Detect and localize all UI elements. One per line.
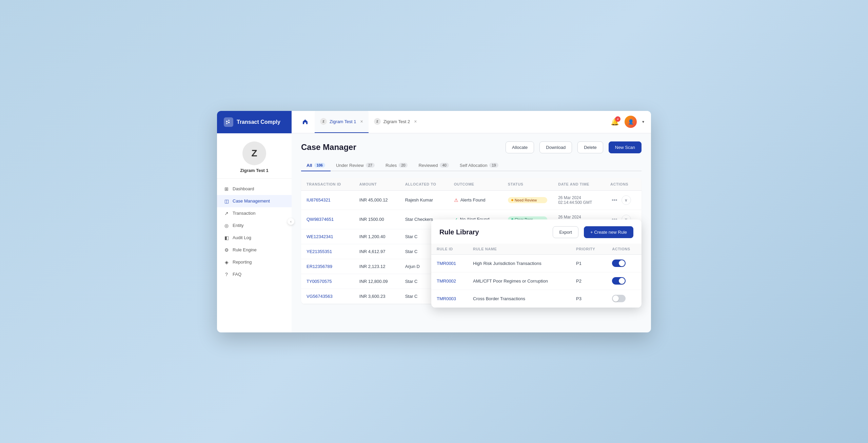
rule-library-title: Rule Library xyxy=(439,228,547,236)
user-avatar-image: 👤 xyxy=(625,116,637,128)
rule-toggle[interactable] xyxy=(612,295,626,302)
create-rule-button[interactable]: + Create new Rule xyxy=(584,226,633,238)
cell-status: Need Review xyxy=(502,190,553,210)
user-dropdown-arrow[interactable]: ▾ xyxy=(642,119,644,124)
delete-button[interactable]: Delete xyxy=(577,141,603,153)
rule-row: TMR0002 AML/CFT Poor Regimes or Corrupti… xyxy=(431,272,642,290)
filter-tab-reviewed-count: 40 xyxy=(440,163,449,168)
tab-icon-zigram1: Z xyxy=(320,118,327,125)
case-management-icon: ◫ xyxy=(224,198,229,204)
rule-library-header: Rule Library Export + Create new Rule xyxy=(431,219,642,244)
cell-transaction-id: WE12342341 xyxy=(301,229,354,244)
main-content: Z Zigram Test 1 × Z Zigram Test 2 × 🔔 4 … xyxy=(292,111,651,332)
sidebar-item-dashboard[interactable]: ⊞ Dashboard xyxy=(217,183,292,195)
col-outcome: Outcome xyxy=(449,178,502,191)
cell-transaction-id: TY00570575 xyxy=(301,274,354,289)
cell-amount: INR 1,200.40 xyxy=(354,229,400,244)
sidebar-item-case-management[interactable]: ◫ Case Management xyxy=(217,195,292,207)
export-button[interactable]: Export xyxy=(553,226,578,238)
sidebar-item-transaction[interactable]: ↗ Transaction xyxy=(217,207,292,219)
filter-tab-reviewed[interactable]: Reviewed 40 xyxy=(413,160,454,171)
cell-transaction-id: IU87654321 xyxy=(301,190,354,210)
rule-col-id: Rule ID xyxy=(431,244,468,255)
tab-close-zigram1[interactable]: × xyxy=(360,119,363,124)
top-bar: Z Zigram Test 1 × Z Zigram Test 2 × 🔔 4 … xyxy=(292,111,651,133)
svg-rect-2 xyxy=(228,122,230,123)
profile-name: Zigram Test 1 xyxy=(240,168,269,173)
sidebar-item-reporting[interactable]: ◈ Reporting xyxy=(217,256,292,268)
notification-badge: 4 xyxy=(615,116,620,122)
cell-rule-priority: P3 xyxy=(571,290,607,307)
col-status: Status xyxy=(502,178,553,191)
tab-zigram1[interactable]: Z Zigram Test 1 × xyxy=(315,111,369,133)
table-row: IU87654321 INR 45,000.12 Rajesh Kumar ⚠A… xyxy=(301,190,642,210)
sidebar-item-entity[interactable]: ◎ Entity xyxy=(217,219,292,232)
transaction-icon: ↗ xyxy=(224,211,229,216)
rule-row: TMR0003 Cross Border Transactions P3 xyxy=(431,290,642,307)
cell-amount: INR 3,600.23 xyxy=(354,289,400,304)
sidebar-item-label: Entity xyxy=(233,223,244,228)
notifications-button[interactable]: 🔔 4 xyxy=(611,118,619,126)
sidebar-item-label: Dashboard xyxy=(233,186,254,191)
cell-amount: INR 45,000.12 xyxy=(354,190,400,210)
rule-toggle[interactable] xyxy=(612,277,626,285)
brand-name: Transact Comply xyxy=(237,119,280,125)
profile-avatar: Z xyxy=(242,141,266,165)
col-amount: Amount xyxy=(354,178,400,191)
sidebar-item-label: Rule Engine xyxy=(233,247,257,252)
cell-rule-priority: P1 xyxy=(571,254,607,272)
dashboard-icon: ⊞ xyxy=(224,186,229,192)
tab-zigram2[interactable]: Z Zigram Test 2 × xyxy=(369,111,422,133)
row-expand-button[interactable]: ∨ xyxy=(622,195,631,205)
rule-toggle[interactable] xyxy=(612,259,626,267)
svg-rect-3 xyxy=(226,123,228,124)
brand-icon xyxy=(224,117,233,127)
cell-allocated-to: Rajesh Kumar xyxy=(400,190,449,210)
filter-tab-rules-count: 20 xyxy=(399,163,408,168)
cell-amount: INR 12,800.09 xyxy=(354,274,400,289)
tab-close-zigram2[interactable]: × xyxy=(414,119,417,124)
download-button[interactable]: Download xyxy=(539,141,572,153)
reporting-icon: ◈ xyxy=(224,259,229,265)
filter-tabs: All 106 Under Review 27 Rules 20 Reviewe… xyxy=(301,160,642,171)
sidebar-item-rule-engine[interactable]: ⚙ Rule Engine xyxy=(217,244,292,256)
rule-engine-icon: ⚙ xyxy=(224,247,229,253)
sidebar-item-label: FAQ xyxy=(233,272,241,277)
rule-row: TMR0001 High Risk Jurisdiction Transacti… xyxy=(431,254,642,272)
sidebar-item-faq[interactable]: ? FAQ xyxy=(217,268,292,281)
filter-tab-all[interactable]: All 106 xyxy=(301,160,331,171)
rule-col-actions: Actions xyxy=(607,244,642,255)
tab-label-zigram1: Zigram Test 1 xyxy=(330,119,356,124)
row-more-button[interactable]: ••• xyxy=(610,196,619,205)
sidebar-item-label: Case Management xyxy=(233,198,270,204)
brand-header: Transact Comply xyxy=(217,111,292,133)
rule-col-name: Rule Name xyxy=(468,244,571,255)
cell-amount: INR 1500.00 xyxy=(354,210,400,229)
entity-icon: ◎ xyxy=(224,223,229,228)
filter-tab-under-review-label: Under Review xyxy=(336,163,364,168)
user-avatar[interactable]: 👤 xyxy=(625,116,637,128)
sidebar-item-audit-log[interactable]: ◧ Audit Log xyxy=(217,232,292,244)
filter-tab-rules[interactable]: Rules 20 xyxy=(380,160,413,171)
filter-tab-under-review[interactable]: Under Review 27 xyxy=(331,160,380,171)
sidebar-item-label: Audit Log xyxy=(233,235,251,240)
home-button[interactable] xyxy=(298,115,312,129)
cell-rule-id: TMR0001 xyxy=(431,254,468,272)
allocate-button[interactable]: Allocate xyxy=(506,141,534,153)
cell-rule-name: Cross Border Transactions xyxy=(468,290,571,307)
sidebar-collapse-button[interactable]: ‹ xyxy=(288,218,294,225)
cell-amount: INR 4,612.97 xyxy=(354,244,400,259)
cell-transaction-id: QW98374651 xyxy=(301,210,354,229)
filter-tab-self-allocation[interactable]: Self Allocation 19 xyxy=(454,160,504,171)
cell-rule-actions xyxy=(607,272,642,290)
new-scan-button[interactable]: New Scan xyxy=(609,141,642,153)
filter-tab-rules-label: Rules xyxy=(386,163,397,168)
sidebar-item-label: Transaction xyxy=(233,211,255,216)
cell-rule-name: AML/CFT Poor Regimes or Corruption xyxy=(468,272,571,290)
tab-label-zigram2: Zigram Test 2 xyxy=(383,119,410,124)
cell-transaction-id: ER12356789 xyxy=(301,259,354,274)
cell-outcome: ⚠Alerts Found xyxy=(449,190,502,210)
col-actions: Actions xyxy=(605,178,642,191)
col-transaction-id: Transaction ID xyxy=(301,178,354,191)
sidebar: Transact Comply Z Zigram Test 1 ⊞ Dashbo… xyxy=(217,111,292,332)
